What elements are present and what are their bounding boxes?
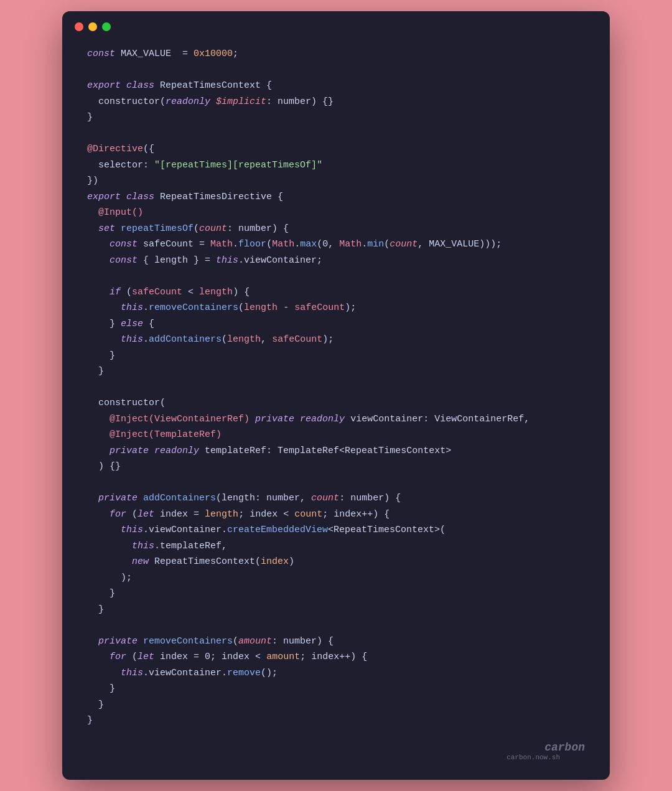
code-line-33: new RepeatTimesContext(index) bbox=[87, 554, 585, 570]
code-line-16: if (safeCount < length) { bbox=[87, 284, 585, 301]
code-line-17: this.removeContainers(length - safeCount… bbox=[87, 300, 585, 316]
titlebar bbox=[62, 11, 610, 40]
code-line-32: this.templateRef, bbox=[87, 538, 585, 555]
code-line-40: this.viewContainer.remove(); bbox=[87, 665, 585, 681]
code-line-39: for (let index = 0; index < amount; inde… bbox=[87, 649, 585, 665]
code-line-24: @Inject(ViewContainerRef) private readon… bbox=[87, 411, 585, 428]
code-line-1: const MAX_VALUE = 0x10000; bbox=[87, 46, 585, 62]
code-line-5: } bbox=[87, 110, 585, 126]
code-line-18: } else { bbox=[87, 316, 585, 332]
code-line-43: } bbox=[87, 713, 585, 729]
code-line-8: selector: "[repeatTimes][repeatTimesOf]" bbox=[87, 157, 585, 174]
code-line-35: } bbox=[87, 586, 585, 602]
code-line-9: }) bbox=[87, 173, 585, 189]
code-window: const MAX_VALUE = 0x10000; export class … bbox=[62, 11, 610, 780]
code-line-19: this.addContainers(length, safeCount); bbox=[87, 332, 585, 348]
code-line-36: } bbox=[87, 602, 585, 618]
carbon-brand: carbon bbox=[544, 741, 585, 754]
code-line-34: ); bbox=[87, 570, 585, 586]
code-line-3: export class RepeatTimesContext { bbox=[87, 78, 585, 94]
code-line-31: this.viewContainer.createEmbeddedView<Re… bbox=[87, 522, 585, 538]
maximize-button[interactable] bbox=[102, 22, 111, 31]
code-line-30: for (let index = length; index < count; … bbox=[87, 507, 585, 523]
code-line-14: const { length } = this.viewContainer; bbox=[87, 253, 585, 269]
code-line-25: @Inject(TemplateRef) bbox=[87, 427, 585, 443]
minimize-button[interactable] bbox=[88, 22, 97, 31]
code-line-27: ) {} bbox=[87, 459, 585, 475]
code-line-29: private addContainers(length: number, co… bbox=[87, 490, 585, 507]
code-line-26: private readonly templateRef: TemplateRe… bbox=[87, 443, 585, 459]
carbon-url: carbon.now.sh bbox=[506, 754, 585, 761]
code-line-12: set repeatTimesOf(count: number) { bbox=[87, 221, 585, 237]
code-line-20: } bbox=[87, 348, 585, 364]
close-button[interactable] bbox=[75, 22, 83, 31]
code-content: const MAX_VALUE = 0x10000; export class … bbox=[62, 40, 610, 741]
code-line-13: const safeCount = Math.floor(Math.max(0,… bbox=[87, 236, 585, 253]
code-line-10: export class RepeatTimesDirective { bbox=[87, 189, 585, 205]
code-line-21: } bbox=[87, 363, 585, 380]
code-line-4: constructor(readonly $implicit: number) … bbox=[87, 94, 585, 110]
code-line-38: private removeContainers(amount: number)… bbox=[87, 634, 585, 650]
code-line-7: @Directive({ bbox=[87, 141, 585, 157]
code-line-23: constructor( bbox=[87, 395, 585, 411]
code-line-11: @Input() bbox=[87, 205, 585, 221]
code-line-41: } bbox=[87, 681, 585, 697]
code-line-42: } bbox=[87, 697, 585, 713]
